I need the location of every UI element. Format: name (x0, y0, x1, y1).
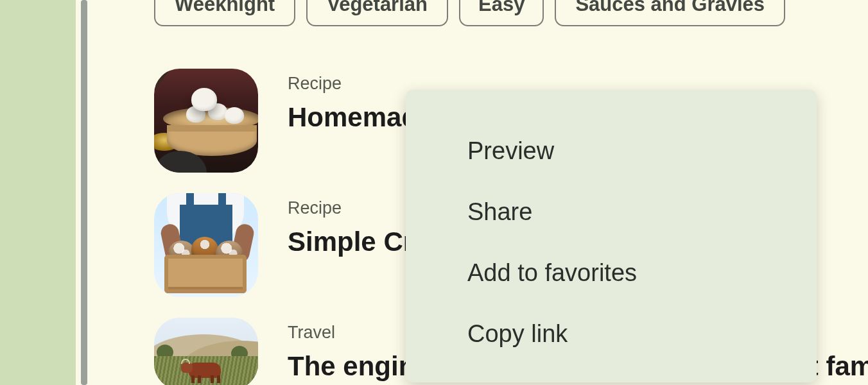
filter-chip-easy[interactable]: Easy (459, 0, 544, 26)
menu-item-add-favorites[interactable]: Add to favorites (406, 243, 817, 304)
pane-divider[interactable] (81, 0, 87, 385)
context-menu: Preview Share Add to favorites Copy link (406, 90, 817, 382)
thumbnail-image (154, 318, 258, 385)
menu-item-preview[interactable]: Preview (406, 121, 817, 182)
filter-chip-vegetarian[interactable]: Vegetarian (306, 0, 448, 26)
filter-chip-row: Weeknight Vegetarian Easy Sauces and Gra… (154, 0, 868, 26)
menu-item-copy-link[interactable]: Copy link (406, 304, 817, 364)
thumbnail-image (154, 69, 258, 173)
filter-chip-sauces-gravies[interactable]: Sauces and Gravies (555, 0, 785, 26)
thumbnail-image (154, 193, 258, 297)
left-rail (0, 0, 76, 385)
menu-item-share[interactable]: Share (406, 182, 817, 243)
filter-chip-weeknight[interactable]: Weeknight (154, 0, 295, 26)
